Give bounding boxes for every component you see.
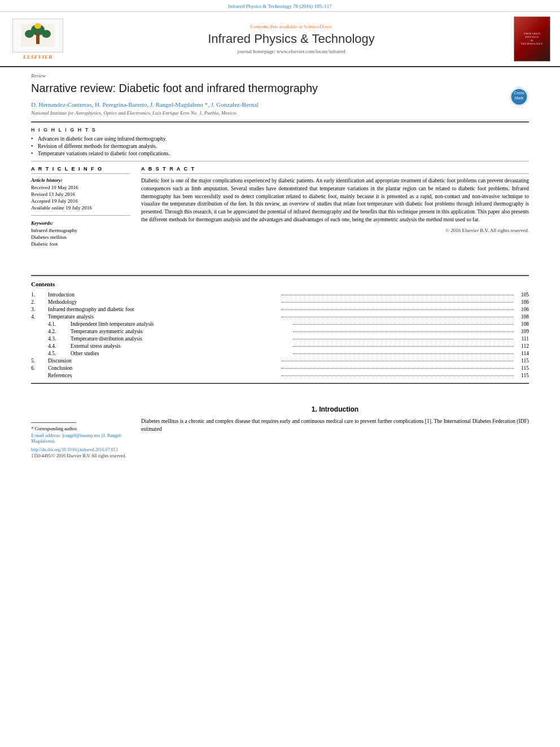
divider-keywords: [31, 215, 130, 216]
toc-page-3: 106: [515, 307, 529, 312]
svg-point-3: [42, 30, 51, 38]
intro-section-title: 1. Introduction: [141, 405, 529, 413]
toc-num-4-3: 4.3.: [48, 336, 71, 342]
toc-item-5: 5. Discussion 115: [31, 358, 529, 364]
toc-page-5: 115: [515, 358, 529, 364]
divider-highlights: [31, 161, 529, 161]
toc-dots-1: [282, 295, 514, 295]
toc-dots-4-4: [293, 346, 514, 347]
intro-text-content: Diabetes mellitus is a chronic and compl…: [141, 418, 529, 432]
toc-page-4-1: 108: [515, 321, 529, 327]
svg-point-2: [25, 30, 34, 38]
toc-dots-4-2: [293, 331, 514, 332]
svg-rect-4: [36, 34, 40, 44]
toc-label-2: Methodology: [48, 299, 280, 305]
toc-num-4: 4.: [31, 314, 48, 320]
toc-page-2: 106: [515, 299, 529, 305]
sciencedirect-prefix: Contents lists available at: [251, 24, 304, 29]
article-info-col: A R T I C L E I N F O Article history: R…: [31, 166, 130, 248]
article-section-label: Review: [31, 73, 529, 78]
keyword-3: Diabetic foot: [31, 241, 130, 247]
toc-page-6: 115: [515, 365, 529, 371]
authors: D. Hernandez-Contreras, H. Peregrina-Bar…: [31, 101, 529, 108]
svg-point-5: [34, 23, 41, 29]
toc-dots-ref: [282, 375, 514, 376]
toc-label-4-5: Other studies: [71, 351, 291, 356]
contents-title: Contents: [31, 281, 529, 287]
toc-item-2: 2. Methodology 106: [31, 299, 529, 305]
toc-item-4-1: 4.1. Independent limb temperature analys…: [31, 321, 529, 327]
toc-item-ref: References 115: [31, 373, 529, 378]
email-address: jrangel@inaoep.mx: [62, 433, 100, 438]
toc-item-3: 3. Infrared thermography and diabetic fo…: [31, 307, 529, 312]
svg-text:Cross: Cross: [514, 91, 524, 95]
homepage-url: www.elsevier.com/locate/infrared: [277, 49, 345, 54]
highlight-item-2: Revision of different methods for thermo…: [31, 143, 529, 149]
page: Infrared Physics & Technology 78 (2016) …: [0, 0, 560, 747]
toc-num-4-4: 4.4.: [48, 343, 71, 349]
footnote-line: [31, 422, 76, 423]
toc-dots-4-3: [293, 339, 514, 339]
toc-num-4-5: 4.5.: [48, 351, 71, 356]
doi-link: http://dx.doi.org/10.1016/j.infrared.201…: [31, 447, 130, 452]
toc-dots-4-5: [293, 353, 514, 354]
homepage-prefix: journal homepage:: [238, 49, 277, 54]
toc-page-4-4: 112: [515, 343, 529, 349]
highlights-header: H I G H L I G H T S: [31, 127, 529, 133]
elsevier-name: ELSEVIER: [23, 54, 53, 60]
keywords-label: Keywords:: [31, 220, 130, 226]
footnote-email-line: E-mail address: jrangel@inaoep.mx (J. Ra…: [31, 433, 130, 444]
toc-label-1: Introduction: [48, 292, 280, 298]
toc-label-6: Conclusion: [48, 365, 280, 371]
toc-dots-5: [282, 361, 514, 361]
toc-item-4-3: 4.3. Temperature distribution analysis 1…: [31, 336, 529, 342]
toc-page-ref: 115: [515, 373, 529, 378]
abstract-col: A B S T R A C T Diabetic foot is one of …: [141, 166, 529, 248]
journal-cover: INFRAREDPHYSICS&TECHNOLOGY: [514, 16, 553, 62]
toc-num-3: 3.: [31, 307, 48, 312]
history-online: Available online 19 July 2016: [31, 205, 130, 211]
toc-item-4-4: 4.4. External stress analysis 112: [31, 343, 529, 349]
toc-dots-3: [282, 309, 514, 310]
article-body: Review Narrative review: Diabetic foot a…: [0, 67, 560, 254]
toc-page-4-3: 111: [515, 336, 529, 342]
footnote-corresponding: * Corresponding author.: [31, 426, 130, 431]
toc-page-4-2: 109: [515, 329, 529, 334]
toc-page-1: 105: [515, 292, 529, 298]
highlight-item-3: Temperature variations related to diabet…: [31, 151, 529, 156]
toc-dots-4-1: [293, 324, 514, 325]
toc-label-4-3: Temperature distribution analysis: [71, 336, 291, 342]
divider-after-contents: [31, 383, 529, 384]
intro-two-col: * Corresponding author. E-mail address: …: [31, 405, 529, 458]
toc-label-4: Temperature analysis: [48, 314, 280, 320]
toc-dots-6: [282, 368, 514, 369]
footnotes-col: * Corresponding author. E-mail address: …: [31, 405, 130, 458]
history-revised: Revised 13 July 2016: [31, 191, 130, 197]
intro-section: * Corresponding author. E-mail address: …: [0, 394, 560, 464]
two-col-section: A R T I C L E I N F O Article history: R…: [31, 166, 529, 248]
elsevier-logo-box: [12, 19, 63, 53]
divider-after-affiliation: [31, 121, 529, 123]
toc-label-ref: References: [48, 373, 280, 378]
toc-page-4-5: 114: [515, 351, 529, 356]
abstract-header: A B S T R A C T: [141, 166, 529, 174]
toc-num-1: 1.: [31, 292, 48, 298]
contents-section: Contents 1. Introduction 105 2. Methodol…: [0, 265, 560, 394]
toc-label-4-2: Temperature asymmetric analysis: [71, 329, 291, 334]
cover-box: INFRAREDPHYSICS&TECHNOLOGY: [514, 16, 550, 62]
journal-main-title: Infrared Physics & Technology: [75, 32, 508, 46]
divider-before-contents: [31, 275, 529, 276]
elsevier-logo: ELSEVIER: [7, 19, 69, 60]
keyword-2: Diabetes mellitus: [31, 234, 130, 240]
keyword-1: Infrared thermography: [31, 228, 130, 233]
article-info-header: A R T I C L E I N F O: [31, 166, 130, 174]
toc-label-4-4: External stress analysis: [71, 343, 291, 349]
toc-item-4: 4. Temperature analysis 108: [31, 314, 529, 320]
sciencedirect-name: ScienceDirect: [304, 24, 332, 29]
toc-item-4-2: 4.2. Temperature asymmetric analysis 109: [31, 329, 529, 334]
highlight-item-1: Advances in diabetic foot care using inf…: [31, 136, 529, 142]
toc-num-2: 2.: [31, 299, 48, 305]
toc-page-4: 108: [515, 314, 529, 320]
history-accepted: Accepted 19 July 2016: [31, 198, 130, 204]
intro-text: Diabetes mellitus is a chronic and compl…: [141, 418, 529, 434]
